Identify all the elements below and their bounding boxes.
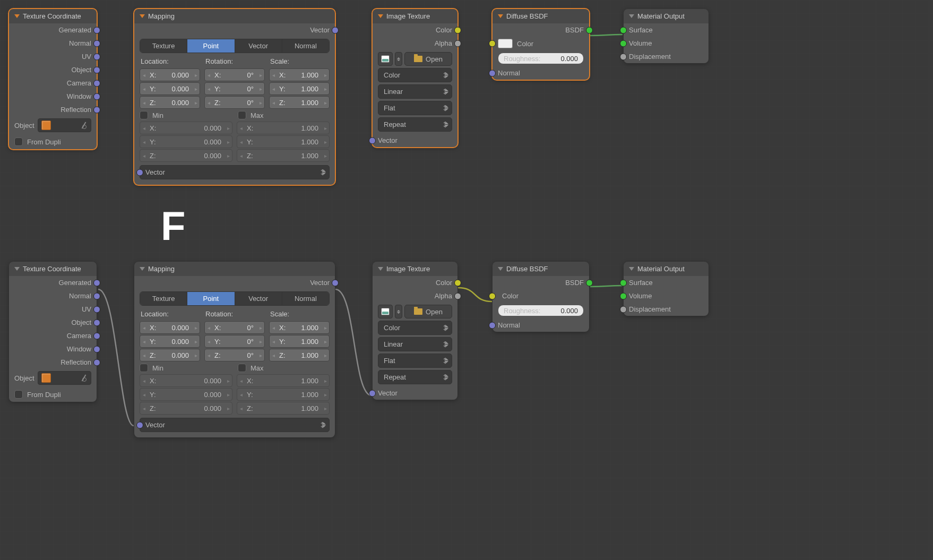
color-space-dropdown[interactable]: Color	[378, 68, 452, 82]
rotation-z[interactable]: ◂Z:0°▸	[204, 96, 265, 109]
diffuse-bsdf-node[interactable]: Diffuse BSDF BSDF Color Roughness:0.000 …	[493, 9, 589, 80]
from-dupli-checkbox[interactable]	[14, 137, 23, 146]
collapse-icon[interactable]	[14, 14, 20, 18]
location-z[interactable]: ◂Z:0.000▸	[140, 96, 200, 109]
min-y[interactable]: ◂Y:0.000▸	[140, 388, 232, 401]
mapping-node[interactable]: Mapping Vector Texture Point Vector Norm…	[134, 9, 335, 185]
max-y[interactable]: ◂Y:1.000▸	[237, 388, 330, 401]
vector-dropdown[interactable]: Vector	[140, 418, 330, 432]
socket-out[interactable]	[93, 93, 100, 100]
tab-point[interactable]: Point	[187, 39, 235, 53]
rotation-z[interactable]: ◂Z:0°▸	[204, 349, 265, 361]
socket-out-alpha[interactable]	[454, 40, 461, 47]
image-browse-button[interactable]	[378, 52, 393, 66]
node-header[interactable]: Texture Coordinate	[9, 262, 97, 276]
socket-in-normal[interactable]	[489, 322, 496, 329]
socket-out-color[interactable]	[454, 27, 461, 33]
socket-out[interactable]	[93, 306, 100, 313]
min-x[interactable]: ◂X:0.000▸	[140, 374, 232, 387]
socket-in-vector[interactable]	[369, 137, 376, 144]
projection-dropdown[interactable]: Flat	[378, 101, 452, 115]
material-output-node[interactable]: Material Output Surface Volume Displacem…	[624, 9, 709, 63]
collapse-icon[interactable]	[498, 14, 503, 18]
socket-out[interactable]	[332, 279, 339, 286]
color-space-dropdown[interactable]: Color	[378, 321, 452, 335]
eyedropper-icon[interactable]	[80, 122, 88, 129]
max-z[interactable]: ◂Z:1.000▸	[237, 402, 330, 415]
interpolation-dropdown[interactable]: Linear	[378, 84, 452, 99]
object-picker[interactable]	[38, 371, 91, 385]
socket-out[interactable]	[93, 27, 100, 33]
tab-texture[interactable]: Texture	[140, 39, 187, 53]
image-texture-node[interactable]: Image Texture Color Alpha Open Color Lin…	[373, 9, 457, 147]
socket-in-color[interactable]	[489, 40, 496, 47]
max-x[interactable]: ◂X:1.000▸	[237, 122, 330, 134]
socket-in-color[interactable]	[489, 292, 496, 299]
max-y[interactable]: ◂Y:1.000▸	[237, 135, 330, 148]
scale-z[interactable]: ◂Z:1.000▸	[269, 349, 330, 361]
socket-out-bsdf[interactable]	[586, 279, 593, 286]
node-header[interactable]: Mapping	[134, 262, 335, 276]
rotation-x[interactable]: ◂X:0°▸	[204, 68, 265, 81]
socket-in-vector[interactable]	[136, 421, 143, 428]
image-browse-button[interactable]	[378, 305, 393, 318]
location-y[interactable]: ◂Y:0.000▸	[140, 82, 200, 95]
collapse-icon[interactable]	[14, 267, 20, 271]
min-checkbox[interactable]	[140, 111, 148, 119]
socket-out[interactable]	[93, 40, 100, 47]
socket-in-surface[interactable]	[620, 27, 627, 33]
mapping-type-tabs[interactable]: Texture Point Vector Normal	[140, 39, 330, 53]
node-header[interactable]: Diffuse BSDF	[493, 262, 589, 276]
open-button[interactable]: Open	[404, 305, 452, 318]
node-header[interactable]: Image Texture	[373, 262, 457, 276]
image-new-buttons[interactable]	[395, 52, 402, 66]
location-x[interactable]: ◂X:0.000▸	[140, 321, 200, 334]
eyedropper-icon[interactable]	[80, 374, 88, 382]
diffuse-bsdf-node-2[interactable]: Diffuse BSDF BSDF Color Roughness:0.000 …	[493, 262, 589, 332]
collapse-icon[interactable]	[140, 14, 145, 18]
socket-out-color[interactable]	[454, 279, 461, 286]
image-new-buttons[interactable]	[395, 305, 402, 318]
socket-out[interactable]	[93, 80, 100, 87]
socket-out[interactable]	[93, 292, 100, 299]
open-button[interactable]: Open	[404, 52, 452, 66]
scale-x[interactable]: ◂X:1.000▸	[269, 321, 330, 334]
max-z[interactable]: ◂Z:1.000▸	[237, 149, 330, 162]
min-x[interactable]: ◂X:0.000▸	[140, 122, 232, 134]
socket-out[interactable]	[93, 53, 100, 60]
scale-y[interactable]: ◂Y:1.000▸	[269, 82, 330, 95]
tab-vector[interactable]: Vector	[235, 39, 282, 53]
max-x[interactable]: ◂X:1.000▸	[237, 374, 330, 387]
socket-in-volume[interactable]	[620, 40, 627, 47]
collapse-icon[interactable]	[140, 267, 145, 271]
object-picker[interactable]	[38, 118, 91, 132]
rotation-x[interactable]: ◂X:0°▸	[204, 321, 265, 334]
socket-out-bsdf[interactable]	[586, 27, 593, 33]
socket-out[interactable]	[93, 319, 100, 326]
rotation-y[interactable]: ◂Y:0°▸	[204, 82, 265, 95]
extension-dropdown[interactable]: Repeat	[378, 117, 452, 132]
max-checkbox[interactable]	[238, 111, 246, 119]
roughness-slider[interactable]: Roughness:0.000	[498, 305, 584, 316]
location-y[interactable]: ◂Y:0.000▸	[140, 335, 200, 348]
socket-out[interactable]	[332, 27, 339, 33]
material-output-node-2[interactable]: Material Output Surface Volume Displacem…	[624, 262, 709, 316]
collapse-icon[interactable]	[378, 14, 383, 18]
node-header[interactable]: Diffuse BSDF	[493, 9, 589, 23]
from-dupli-checkbox[interactable]	[14, 390, 23, 399]
vector-dropdown[interactable]: Vector	[140, 165, 330, 179]
tab-normal[interactable]: Normal	[282, 39, 329, 53]
max-checkbox[interactable]	[238, 364, 246, 372]
node-header[interactable]: Mapping	[134, 9, 335, 23]
socket-in-displacement[interactable]	[620, 53, 627, 60]
socket-out[interactable]	[93, 66, 100, 73]
extension-dropdown[interactable]: Repeat	[378, 370, 452, 384]
rotation-y[interactable]: ◂Y:0°▸	[204, 335, 265, 348]
color-swatch[interactable]	[498, 39, 513, 48]
image-texture-node-2[interactable]: Image Texture Color Alpha Open Color Lin…	[373, 262, 457, 400]
node-header[interactable]: Texture Coordinate	[9, 9, 97, 23]
location-x[interactable]: ◂X:0.000▸	[140, 68, 200, 81]
roughness-slider[interactable]: Roughness:0.000	[498, 53, 584, 64]
socket-in-displacement[interactable]	[620, 306, 627, 313]
scale-y[interactable]: ◂Y:1.000▸	[269, 335, 330, 348]
